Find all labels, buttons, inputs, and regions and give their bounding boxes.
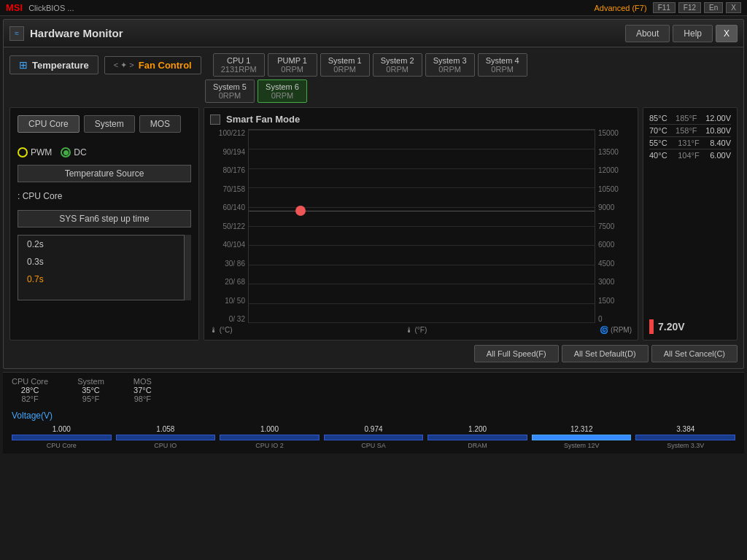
close-top-btn[interactable]: X (726, 2, 741, 13)
dc-radio[interactable]: DC (61, 147, 86, 158)
fan-rpm-row: CPU 1 2131RPM PUMP 1 0RPM System 1 0RPM … (213, 53, 527, 77)
fahrenheit-icon: 🌡 (°F) (406, 326, 427, 334)
fan-pump1-btn[interactable]: PUMP 1 0RPM (268, 53, 317, 77)
f12-btn[interactable]: F12 (678, 2, 701, 13)
step-list[interactable]: 0.2s 0.3s 0.7s (18, 235, 191, 300)
radio-row: PWM DC (18, 140, 191, 158)
main-window: ≈ Hardware Monitor About Help X ⊞ Temper… (3, 19, 744, 369)
voltage-bars: 1.000 CPU Core 1.058 CPU IO 1.000 CPU IO… (12, 425, 735, 449)
tabs-row: ⊞ Temperature < ✦ > Fan Control CPU 1 21… (9, 53, 738, 77)
smart-fan-header: Smart Fan Mode (210, 114, 632, 125)
mos-btn[interactable]: MOS (139, 115, 181, 133)
volt-bar-sys12v: 12.312 System 12V (532, 425, 632, 449)
chart-dot[interactable] (295, 206, 306, 216)
thermometer-icon: ⊞ (19, 59, 28, 71)
fan-sys5-btn[interactable]: System 5 0RPM (205, 79, 255, 103)
tab-temperature-label: Temperature (32, 60, 89, 71)
step-0.3s[interactable]: 0.3s (18, 253, 190, 271)
fan-sys6-btn[interactable]: System 6 0RPM (258, 79, 307, 103)
window-icon: ≈ (9, 26, 24, 41)
chart-bottom-bar: 🌡 (°C) 🌡 (°F) 🌀 (RPM) (210, 326, 632, 334)
all-set-cancel-button[interactable]: All Set Cancel(C) (651, 345, 738, 362)
step-up-time-label: SYS Fan6 step up time (18, 210, 191, 228)
tab-fan-control-label: Fan Control (139, 60, 192, 71)
rpm-label: 🌀 (RPM) (600, 326, 632, 334)
volt-bar-dram: 1.200 DRAM (427, 425, 527, 449)
dc-radio-circle (61, 147, 71, 158)
chart-canvas[interactable] (248, 129, 595, 323)
volt-entry-85: 85°C 185°F 12.00V (649, 114, 731, 122)
dc-radio-dot (63, 150, 69, 155)
fan-sys1-btn[interactable]: System 1 0RPM (320, 53, 370, 77)
volt-bar-cpu-sa: 0.974 CPU SA (324, 425, 424, 449)
fan-sys2-btn[interactable]: System 2 0RPM (373, 53, 422, 77)
volt-bar-cpu-io: 1.058 CPU IO (116, 425, 216, 449)
top-bar-title: ClickBIOS ... (28, 4, 594, 12)
volt-entry-70: 70°C 158°F 10.80V (649, 126, 731, 135)
top-bar: MSI ClickBIOS ... Advanced (F7) F11 F12 … (0, 0, 747, 16)
temp-btn-row: CPU Core System MOS (18, 115, 191, 133)
system-btn[interactable]: System (84, 115, 135, 133)
smart-fan-label: Smart Fan Mode (226, 114, 300, 125)
celsius-icon: 🌡 (°C) (210, 326, 233, 334)
fan-sys4-btn[interactable]: System 4 0RPM (478, 53, 527, 77)
content-area: ⊞ Temperature < ✦ > Fan Control CPU 1 21… (4, 47, 743, 368)
status-cpu-core: CPU Core 28°C 82°F (12, 377, 48, 403)
step-list-wrapper: 0.2s 0.3s 0.7s (18, 235, 191, 332)
pwm-radio-circle (18, 147, 28, 158)
cpu-core-btn[interactable]: CPU Core (18, 115, 80, 133)
all-set-default-button[interactable]: All Set Default(D) (562, 345, 649, 362)
msi-logo: MSI (6, 2, 23, 13)
voltage-title: Voltage(V) (12, 411, 735, 421)
tab-temperature[interactable]: ⊞ Temperature (9, 55, 98, 74)
temp-source-button[interactable]: Temperature Source (18, 165, 191, 182)
dc-label: DC (74, 147, 86, 158)
step-0.2s[interactable]: 0.2s (18, 236, 190, 253)
action-buttons: All Full Speed(F) All Set Default(D) All… (9, 345, 738, 362)
chart-y-right-labels: 15000 13500 12000 10500 9000 7500 6000 4… (595, 129, 632, 323)
all-full-speed-button[interactable]: All Full Speed(F) (474, 345, 559, 362)
voltage-section: Voltage(V) 1.000 CPU Core 1.058 CPU IO 1… (3, 408, 744, 454)
current-voltage: 7.20V (649, 319, 731, 334)
advanced-label: Advanced (F7) (594, 4, 646, 12)
window-title-bar: ≈ Hardware Monitor About Help X (4, 20, 743, 47)
f11-btn[interactable]: F11 (653, 2, 676, 13)
main-panels: CPU Core System MOS PWM DC (9, 107, 738, 341)
window-close-button[interactable]: X (716, 25, 738, 42)
fan-sys3-btn[interactable]: System 3 0RPM (425, 53, 475, 77)
chart-area: 100/212 90/194 80/176 70/158 60/140 50/1… (210, 129, 632, 323)
status-mos: MOS 37°C 98°F (133, 377, 152, 403)
en-btn[interactable]: En (704, 2, 723, 13)
tab-arrow-icon: < ✦ > (114, 61, 134, 70)
step-0.7s[interactable]: 0.7s (18, 271, 190, 288)
center-panel: Smart Fan Mode 100/212 90/194 80/176 70/… (204, 107, 638, 341)
chart-y-labels: 100/212 90/194 80/176 70/158 60/140 50/1… (210, 129, 248, 323)
volt-entry-55: 55°C 131°F 8.40V (649, 139, 731, 147)
volt-bar-cpu-io2: 1.000 CPU IO 2 (220, 425, 320, 449)
status-system: System 35°C 95°F (77, 377, 104, 403)
window-title: Hardware Monitor (30, 27, 625, 39)
window-buttons: About Help X (625, 25, 738, 42)
fan-cpu1-btn[interactable]: CPU 1 2131RPM (213, 53, 265, 77)
temp-source-value: : CPU Core (18, 190, 191, 203)
volt-bar-cpu-core: 1.000 CPU Core (12, 425, 112, 449)
volt-indicator (649, 319, 654, 334)
pwm-radio[interactable]: PWM (18, 147, 52, 158)
right-panel: 85°C 185°F 12.00V 70°C 158°F 10.80V 55°C… (643, 107, 738, 341)
volt-entries: 85°C 185°F 12.00V 70°C 158°F 10.80V 55°C… (649, 114, 731, 160)
left-panel: CPU Core System MOS PWM DC (9, 107, 199, 341)
help-button[interactable]: Help (673, 25, 713, 42)
status-bar: CPU Core 28°C 82°F System 35°C 95°F MOS … (3, 372, 744, 408)
volt-entry-40: 40°C 104°F 6.00V (649, 151, 731, 160)
step-scrollbar[interactable] (184, 235, 191, 300)
about-button[interactable]: About (625, 25, 670, 42)
volt-bar-sys33v: 3.384 System 3.3V (635, 425, 735, 449)
current-voltage-value: 7.20V (658, 321, 685, 332)
pwm-label: PWM (31, 147, 52, 158)
top-bar-controls: F11 F12 En X (653, 2, 741, 13)
smart-fan-checkbox[interactable] (210, 114, 220, 125)
chart-grid-lines (249, 130, 595, 322)
tab-fan-control[interactable]: < ✦ > Fan Control (104, 56, 201, 74)
